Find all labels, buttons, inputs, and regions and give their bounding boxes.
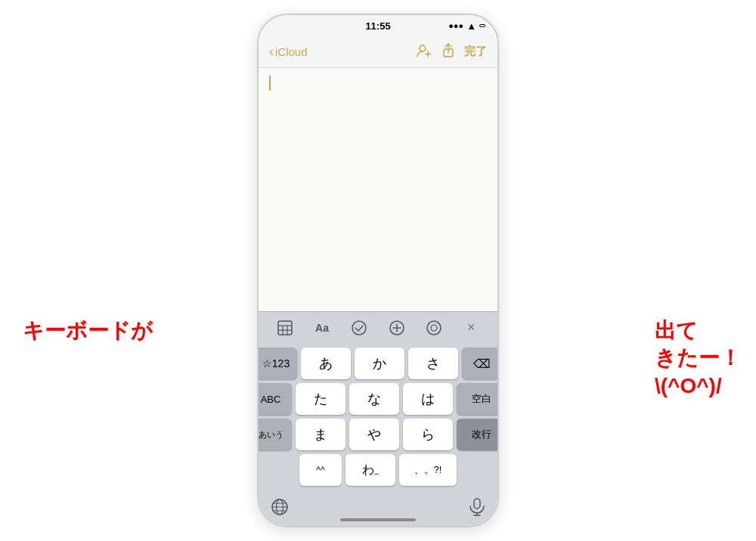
key-caret[interactable]: ^^	[299, 454, 342, 486]
key-ya[interactable]: や	[349, 419, 399, 450]
annotation-left: キーボードが	[23, 317, 153, 345]
bottom-bar	[259, 493, 497, 526]
key-ma[interactable]: ま	[296, 419, 345, 450]
key-na[interactable]: な	[349, 383, 399, 415]
text-cursor	[269, 76, 271, 91]
svg-point-14	[427, 321, 441, 335]
key-ka[interactable]: か	[355, 348, 404, 379]
key-ta[interactable]: た	[296, 383, 345, 415]
key-delete[interactable]: ⌫	[462, 348, 499, 379]
battery-icon	[479, 24, 485, 27]
key-space[interactable]: 空白	[457, 383, 499, 415]
globe-icon[interactable]	[271, 498, 289, 521]
font-icon[interactable]: Aa	[308, 314, 336, 342]
svg-point-0	[420, 45, 426, 51]
key-ra[interactable]: ら	[403, 419, 453, 450]
table-icon[interactable]	[271, 314, 299, 342]
key-ha[interactable]: は	[403, 383, 453, 415]
status-icons: ●●● ▲	[448, 20, 485, 32]
mic-icon[interactable]	[469, 498, 485, 521]
nav-actions: 完了	[416, 43, 487, 61]
svg-point-10	[352, 321, 366, 335]
nav-bar: ‹ iCloud	[259, 36, 497, 68]
signal-icon: ●●●	[448, 21, 463, 30]
key-a[interactable]: あ	[301, 348, 351, 379]
back-chevron-icon: ‹	[269, 44, 274, 60]
keyboard-row-2: ABC た な は 空白	[262, 383, 494, 415]
keyboard-row-3: あいう ま や ら 改行	[262, 419, 494, 450]
add-icon[interactable]	[383, 314, 411, 342]
key-toggle-abc[interactable]: ABC	[257, 383, 292, 415]
annotation-right: 出て きたー！ \(^O^)/	[655, 317, 741, 400]
key-sa[interactable]: さ	[408, 348, 458, 379]
keyboard-toolbar: Aa ×	[259, 311, 497, 343]
done-button[interactable]: 完了	[464, 45, 487, 59]
back-button[interactable]: ‹ iCloud	[269, 44, 308, 60]
nav-back-label: iCloud	[275, 45, 308, 58]
keyboard-row-4: ^^ わ_ 、。?!	[262, 454, 494, 486]
page-wrapper: キーボードが 出て きたー！ \(^O^)/ 11:55 ●●● ▲ ‹ iCl…	[0, 0, 756, 541]
status-bar: 11:55 ●●● ▲	[259, 15, 497, 36]
keyboard-area: ☆123 あ か さ ⌫ ABC た な は 空白 あいう ま や ら 改行	[259, 343, 497, 493]
close-icon[interactable]: ×	[457, 314, 485, 342]
phone-frame: 11:55 ●●● ▲ ‹ iCloud	[257, 14, 499, 527]
person-icon[interactable]	[416, 44, 432, 60]
key-toggle-aiueo[interactable]: あいう	[257, 419, 292, 450]
key-wa[interactable]: わ_	[345, 454, 395, 486]
checkmark-icon[interactable]	[345, 314, 373, 342]
key-return[interactable]: 改行	[457, 419, 499, 450]
note-content[interactable]	[259, 68, 497, 311]
svg-point-15	[431, 325, 437, 331]
svg-rect-5	[278, 321, 292, 335]
home-indicator	[340, 518, 416, 521]
keyboard-row-1: ☆123 あ か さ ⌫	[262, 348, 494, 379]
svg-rect-21	[474, 499, 480, 509]
wifi-icon: ▲	[466, 20, 476, 32]
key-punctuation[interactable]: 、。?!	[399, 454, 457, 486]
share-icon[interactable]	[442, 43, 455, 61]
key-toggle-123[interactable]: ☆123	[257, 348, 297, 379]
brush-icon[interactable]	[420, 314, 448, 342]
status-time: 11:55	[365, 20, 390, 32]
